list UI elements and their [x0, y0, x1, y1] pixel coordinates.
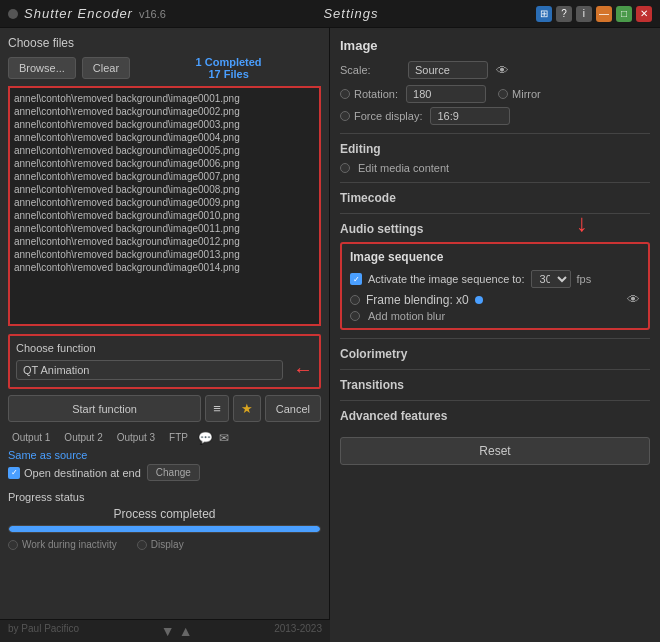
progress-status-title: Progress status [8, 491, 321, 503]
separator-5 [340, 369, 650, 370]
motion-blur-label: Add motion blur [368, 310, 445, 322]
grid-icon[interactable]: ⊞ [536, 6, 552, 22]
top-controls: Browse... Clear 1 Completed 17 Files [8, 56, 321, 80]
rotation-radio[interactable] [340, 89, 350, 99]
force-display-radio[interactable] [340, 111, 350, 121]
settings-title: Settings [323, 6, 378, 21]
list-item: annel\contoh\removed background\image000… [14, 105, 315, 118]
eye-icon[interactable]: 👁 [496, 63, 509, 78]
list-item: annel\contoh\removed background\image000… [14, 92, 315, 105]
image-sequence-title: Image sequence [350, 250, 640, 264]
chat-icon[interactable]: 💬 [198, 431, 213, 445]
motion-blur-row: Add motion blur [350, 310, 640, 322]
transitions-title[interactable]: Transitions [340, 378, 650, 392]
output1-tab[interactable]: Output 1 [8, 430, 54, 445]
frame-blending-row: Frame blending: x0 👁 [350, 292, 640, 307]
editing-title[interactable]: Editing [340, 142, 650, 156]
checkbox-blue-icon: ✓ [8, 467, 20, 479]
image-sequence-box: ↓ Image sequence ✓ Activate the image se… [340, 242, 650, 330]
work-inactivity-radio[interactable] [8, 540, 18, 550]
list-item: annel\contoh\removed background\image000… [14, 183, 315, 196]
reset-button[interactable]: Reset [340, 437, 650, 465]
process-completed-text: Process completed [8, 507, 321, 521]
fps-select[interactable]: 30 [531, 270, 571, 288]
progress-bar-fill [9, 526, 320, 532]
scale-select[interactable]: Source [408, 61, 488, 79]
start-function-button[interactable]: Start function [8, 395, 201, 422]
list-item: annel\contoh\removed background\image000… [14, 131, 315, 144]
list-item: annel\contoh\removed background\image001… [14, 261, 315, 274]
clear-button[interactable]: Clear [82, 57, 130, 79]
frame-blend-radio[interactable] [350, 295, 360, 305]
mirror-radio-item: Mirror [498, 88, 541, 100]
audio-settings-title[interactable]: Audio settings [340, 222, 650, 236]
frame-blend-eye-icon[interactable]: 👁 [627, 292, 640, 307]
colorimetry-title[interactable]: Colorimetry [340, 347, 650, 361]
red-arrow-left-icon: ← [293, 358, 313, 381]
work-inactivity-label: Work during inactivity [22, 539, 117, 550]
advanced-features-title[interactable]: Advanced features [340, 409, 650, 423]
blue-dot-icon [475, 296, 483, 304]
separator-2 [340, 182, 650, 183]
fps-label: fps [577, 273, 592, 285]
list-item: annel\contoh\removed background\image000… [14, 157, 315, 170]
file-list-container[interactable]: annel\contoh\removed background\image000… [8, 86, 321, 326]
activate-seq-checkbox[interactable]: ✓ [350, 273, 362, 285]
function-select-row: QT Animation ← [16, 358, 313, 381]
edit-media-radio[interactable] [340, 163, 350, 173]
separator-6 [340, 400, 650, 401]
activate-seq-row: ✓ Activate the image sequence to: 30 fps [350, 270, 640, 288]
favorite-button[interactable]: ★ [233, 395, 261, 422]
display-label: Display [151, 539, 184, 550]
display-radio[interactable] [137, 540, 147, 550]
help-icon[interactable]: ? [556, 6, 572, 22]
list-item: annel\contoh\removed background\image000… [14, 170, 315, 183]
open-dest-checkbox[interactable]: ✓ Open destination at end [8, 467, 141, 479]
mirror-radio[interactable] [498, 89, 508, 99]
list-item: annel\contoh\removed background\image000… [14, 144, 315, 157]
rotation-row: Rotation: 180 Mirror [340, 85, 650, 103]
force-display-radio-item: Force display: 16:9 [340, 107, 510, 125]
nav-down-icon[interactable]: ▼ [161, 623, 175, 639]
output2-tab[interactable]: Output 2 [60, 430, 106, 445]
display-option[interactable]: Display [137, 539, 184, 550]
scale-label: Scale: [340, 64, 400, 76]
titlebar-left: Shutter Encoder v16.6 [8, 6, 166, 21]
left-panel: Choose files Browse... Clear 1 Completed… [0, 28, 330, 642]
work-inactivity-option[interactable]: Work during inactivity [8, 539, 117, 550]
info-icon[interactable]: i [576, 6, 592, 22]
footer: by Paul Pacifico ▼ ▲ 2013-2023 [0, 619, 330, 642]
minimize-icon[interactable]: — [596, 6, 612, 22]
function-select[interactable]: QT Animation [16, 360, 283, 380]
progress-bar-container [8, 525, 321, 533]
close-icon[interactable]: ✕ [636, 6, 652, 22]
titlebar: Shutter Encoder v16.6 Settings ⊞ ? i — □… [0, 0, 660, 28]
same-as-source-label: Same as source [8, 449, 321, 461]
force-display-select[interactable]: 16:9 [430, 107, 510, 125]
rotation-select[interactable]: 180 [406, 85, 486, 103]
app-version: v16.6 [139, 8, 166, 20]
list-item: annel\contoh\removed background\image001… [14, 248, 315, 261]
image-section-title: Image [340, 38, 650, 53]
motion-blur-radio[interactable] [350, 311, 360, 321]
cancel-button[interactable]: Cancel [265, 395, 321, 422]
nav-arrows: ▼ ▲ [161, 623, 193, 639]
list-button[interactable]: ≡ [205, 395, 229, 422]
ftp-tab[interactable]: FTP [165, 430, 192, 445]
nav-up-icon[interactable]: ▲ [179, 623, 193, 639]
mail-icon[interactable]: ✉ [219, 431, 229, 445]
separator-3 [340, 213, 650, 214]
open-dest-row: ✓ Open destination at end Change [8, 464, 321, 481]
timecode-title[interactable]: Timecode [340, 191, 650, 205]
progress-section: Progress status Process completed Work d… [8, 491, 321, 550]
titlebar-icons: ⊞ ? i — □ ✕ [536, 6, 652, 22]
change-button[interactable]: Change [147, 464, 200, 481]
browse-button[interactable]: Browse... [8, 57, 76, 79]
activate-seq-label: Activate the image sequence to: [368, 273, 525, 285]
list-item: annel\contoh\removed background\image001… [14, 222, 315, 235]
maximize-icon[interactable]: □ [616, 6, 632, 22]
output3-tab[interactable]: Output 3 [113, 430, 159, 445]
list-item: annel\contoh\removed background\image001… [14, 235, 315, 248]
destination-section: Same as source ✓ Open destination at end… [8, 449, 321, 483]
mirror-label: Mirror [512, 88, 541, 100]
